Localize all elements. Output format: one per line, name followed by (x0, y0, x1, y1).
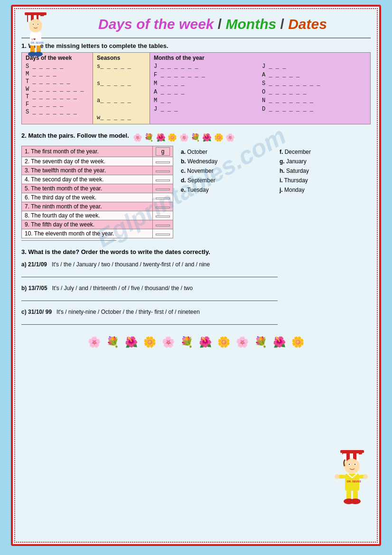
character-top-left: I ❤ DR. SEUSS (18, 11, 56, 59)
svg-point-41 (350, 499, 361, 504)
answer-item: e. Tuesday (181, 186, 272, 194)
match-row: 8. The fourth day of the week. (22, 211, 173, 220)
month-row: D _ _ _ _ _ _ _ (262, 106, 366, 113)
answer-line (21, 240, 116, 241)
season-row: s_ _ _ _ _ (97, 80, 146, 87)
answer-box[interactable] (156, 188, 170, 190)
answer-box[interactable] (156, 161, 170, 163)
match-row: 3. The twelfth month of the year. (22, 166, 173, 175)
answer-box[interactable] (156, 198, 170, 199)
answer-box[interactable] (156, 207, 170, 208)
answer-item: g. January (280, 157, 371, 166)
answer-item: a. October (181, 148, 272, 156)
svg-rect-1 (25, 12, 47, 15)
match-row: 4. The second day of the week. (22, 175, 173, 184)
match-row: 7. The ninth month of the year. (22, 202, 173, 211)
svg-rect-2 (28, 15, 31, 22)
match-row: 9. The fifth day of the week. (22, 220, 173, 229)
svg-rect-6 (27, 15, 28, 22)
flower-icon: 🌺 (125, 336, 138, 348)
month-row: F _ _ _ _ _ _ _ (154, 72, 258, 78)
write-line-a (21, 270, 278, 277)
answer-item: b. Wednesday (181, 157, 272, 166)
section2: 2. Match the pairs. Follow the model. 🌸 … (21, 132, 371, 241)
flower-icon: 💐 (180, 336, 193, 348)
answer-item: j. Monday (280, 186, 371, 194)
months-header: Months of the year (154, 55, 366, 61)
date-item-a: a) 21/1/09 It's / the / January / two / … (21, 261, 371, 277)
svg-point-19 (34, 52, 43, 56)
page-title: Days of the week / Months / Dates (55, 16, 371, 33)
answer-box[interactable] (156, 225, 170, 226)
day-row: S _ _ _ _ _ (26, 63, 89, 70)
season-row: a_ _ _ _ _ (97, 97, 146, 104)
answer-item: i. Thursday (280, 176, 371, 185)
season-row: w_ _ _ _ _ (97, 114, 146, 121)
answer-item: h. Saturday (280, 167, 371, 175)
match-row: 10. The eleventh month of the year. (22, 229, 173, 238)
answer-item: f. December (280, 148, 371, 156)
month-row: M _ _ _ _ (154, 80, 258, 87)
days-column: Days of the week S _ _ _ _ _ M _ _ _ _ T… (22, 53, 93, 124)
months-column: Months of the year J _ _ _ _ _ _ J _ _ _… (150, 53, 370, 124)
seasons-column: Seasons s_ _ _ _ _ s_ _ _ _ _ a_ _ _ _ _… (93, 53, 150, 124)
svg-rect-34 (338, 475, 345, 479)
season-row: s_ _ _ _ _ (97, 63, 146, 70)
answer-box[interactable] (156, 179, 170, 181)
svg-point-36 (335, 474, 339, 479)
svg-text:I ❤: I ❤ (32, 38, 36, 41)
match-row: 2. The seventh day of the week. (22, 157, 173, 166)
match-row: 5. The tenth month of the year. (22, 184, 173, 193)
section1: 1. Write the missing letters to complete… (21, 42, 371, 124)
svg-point-37 (363, 474, 368, 479)
answer-item: d. September (181, 176, 272, 185)
seasons-header: Seasons (97, 55, 146, 61)
match-table: 1. The first month of the year. g 2. The… (21, 146, 371, 241)
flower-icon: 🌼 (291, 336, 304, 348)
answers-grid: a. October f. December b. Wednesday g. J… (181, 148, 371, 194)
match-row: 6. The third day of the week. (22, 193, 173, 202)
date-item-c: c) 31/10/ 99 It's / ninety-nine / Octobe… (21, 309, 371, 325)
answer-box[interactable] (156, 216, 170, 217)
month-row: A _ _ _ _ (154, 89, 258, 95)
svg-rect-21 (340, 450, 364, 453)
day-row: T _ _ _ _ _ _ (26, 78, 89, 85)
match-row: 1. The first month of the year. g (22, 146, 173, 157)
flower-icon: 🌺 (199, 336, 212, 348)
months-grid: J _ _ _ _ _ _ J _ _ _ F _ _ _ _ _ _ _ A … (154, 63, 366, 113)
day-row: M _ _ _ _ (26, 71, 89, 77)
day-row: T _ _ _ _ _ _ _ (26, 94, 89, 100)
write-line-c (21, 317, 278, 325)
flower-icon: 🌸 (236, 336, 249, 348)
month-row: S _ _ _ _ _ _ _ _ (262, 80, 366, 87)
answer-box[interactable]: g (156, 147, 170, 156)
answer-box[interactable] (156, 170, 170, 172)
match-left-column: 1. The first month of the year. g 2. The… (21, 146, 173, 241)
flower-icon: 🌸 (88, 336, 101, 348)
section1-instruction: 1. Write the missing letters to complete… (21, 42, 371, 49)
worksheet-page: Eglprintables.com I ❤ DR. SEUSS (11, 5, 381, 546)
svg-rect-26 (356, 453, 359, 461)
flower-icon: 🌺 (273, 336, 286, 348)
svg-point-11 (33, 24, 34, 25)
date-text-b: b) 13/7/05 It's / July / and / thirteent… (21, 285, 371, 292)
flower-icon: 🌸 (162, 336, 175, 348)
day-row: S _ _ _ _ _ _ _ (26, 109, 89, 115)
svg-text:DR. SEUSS: DR. SEUSS (31, 41, 44, 44)
season-row (97, 105, 146, 112)
month-row: J _ _ _ (154, 106, 258, 113)
month-row: O _ _ _ _ _ _ (262, 89, 366, 95)
answer-box[interactable] (156, 234, 170, 235)
svg-point-31 (355, 464, 355, 465)
write-line-b (21, 293, 278, 301)
month-row: M _ _ (154, 97, 258, 104)
flower-decoration: 🌸 💐 🌺 🌼 🌸 💐 🌺 🌼 🌸 (133, 133, 235, 142)
svg-text:DR. SEUSS: DR. SEUSS (347, 480, 361, 483)
tables-container: Days of the week S _ _ _ _ _ M _ _ _ _ T… (21, 52, 371, 124)
svg-point-30 (349, 464, 350, 465)
answer-item: c. November (181, 167, 272, 175)
month-row: J _ _ _ _ _ _ (154, 63, 258, 70)
date-text-a: a) 21/1/09 It's / the / January / two / … (21, 261, 371, 268)
date-item-b: b) 13/7/05 It's / July / and / thirteent… (21, 285, 371, 301)
flower-icon: 💐 (254, 336, 267, 348)
